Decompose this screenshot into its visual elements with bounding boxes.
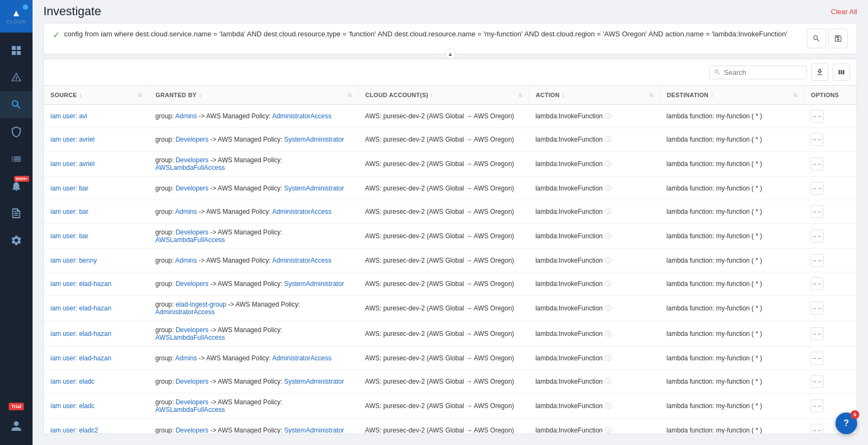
col-cloud-accounts[interactable]: CLOUD ACCOUNT(S) ↕ ≡	[359, 86, 529, 105]
row-action-btn-1[interactable]: →←	[810, 352, 824, 365]
col-action[interactable]: ACTION ↕ ≡	[529, 86, 660, 105]
policy-link[interactable]: AdministratorAccess	[272, 208, 331, 215]
source-link[interactable]: iam user: bar	[50, 185, 88, 192]
info-icon[interactable]: ⓘ	[605, 426, 611, 434]
sidebar-item-settings[interactable]	[0, 227, 33, 254]
col-dest-menu[interactable]: ≡	[794, 91, 797, 99]
info-icon[interactable]: ⓘ	[605, 256, 611, 265]
row-action-btn-1[interactable]: →←	[810, 399, 824, 412]
sidebar-logo[interactable]: ▲ CLOUD	[0, 0, 33, 33]
col-action-menu[interactable]: ≡	[649, 91, 653, 99]
source-link[interactable]: iam user: avi	[50, 112, 87, 120]
download-button[interactable]	[811, 63, 828, 81]
source-link[interactable]: iam user: avriel	[50, 136, 94, 143]
sidebar-item-audit[interactable]	[0, 200, 33, 227]
group-link[interactable]: Developers	[176, 378, 209, 385]
policy-link[interactable]: SystemAdministrator	[284, 427, 344, 434]
sidebar-item-reports[interactable]	[0, 145, 33, 173]
info-icon[interactable]: ⓘ	[605, 112, 611, 121]
table-search-box[interactable]	[709, 66, 807, 79]
row-action-btn-1[interactable]: →←	[810, 424, 824, 434]
group-link[interactable]: Admins	[175, 257, 197, 264]
info-icon[interactable]: ⓘ	[605, 402, 611, 411]
info-icon[interactable]: ⓘ	[605, 377, 611, 386]
policy-link[interactable]: AWSLambdaFullAccess	[155, 406, 225, 414]
row-action-btn-1[interactable]: →←	[810, 302, 824, 315]
policy-link[interactable]: SystemAdministrator	[284, 378, 344, 385]
source-link[interactable]: iam user: elad-hazan	[50, 280, 111, 288]
group-link[interactable]: Developers	[176, 228, 209, 236]
policy-link[interactable]: SystemAdministrator	[284, 185, 344, 192]
source-link[interactable]: iam user: eladc	[50, 378, 94, 385]
row-action-btn-1[interactable]: →←	[810, 182, 824, 195]
info-icon[interactable]: ⓘ	[605, 232, 611, 241]
source-link[interactable]: iam user: avriel	[50, 160, 94, 168]
policy-link[interactable]: AWSLambdaFullAccess	[155, 334, 225, 341]
info-icon[interactable]: ⓘ	[605, 160, 611, 169]
row-action-btn-1[interactable]: →←	[810, 110, 824, 123]
col-granted-by[interactable]: GRANTED BY ↕ ≡	[149, 86, 359, 105]
sidebar-item-user[interactable]	[0, 412, 33, 440]
col-source-menu[interactable]: ≡	[138, 91, 142, 99]
group-link[interactable]: elad-ingest-group	[176, 301, 226, 308]
sidebar-item-compliance[interactable]	[0, 118, 33, 145]
query-search-button[interactable]	[807, 29, 826, 48]
group-link[interactable]: Developers	[176, 156, 209, 164]
group-link[interactable]: Developers	[176, 280, 209, 288]
group-link[interactable]: Admins	[175, 354, 197, 362]
row-action-btn-1[interactable]: →←	[810, 254, 824, 267]
policy-link[interactable]: AdministratorAccess	[272, 354, 331, 362]
col-cloud-menu[interactable]: ≡	[518, 91, 522, 99]
policy-link[interactable]: AWSLambdaFullAccess	[155, 164, 225, 171]
sidebar-item-notifications[interactable]: 9999+	[0, 173, 33, 200]
info-icon[interactable]: ⓘ	[605, 184, 611, 193]
row-action-btn-1[interactable]: →←	[810, 205, 824, 218]
search-input[interactable]	[724, 68, 802, 77]
col-source[interactable]: SOURCE ↕ ≡	[44, 86, 149, 105]
source-link[interactable]: iam user: benny	[50, 257, 97, 264]
policy-link[interactable]: AdministratorAccess	[272, 112, 331, 120]
trial-badge[interactable]: Trial	[9, 403, 24, 410]
source-link[interactable]: iam user: elad-hazan	[50, 330, 111, 338]
group-link[interactable]: Admins	[175, 208, 197, 215]
columns-button[interactable]	[833, 63, 850, 81]
group-link[interactable]: Developers	[176, 136, 209, 143]
policy-link[interactable]: AWSLambdaFullAccess	[155, 236, 225, 244]
info-icon[interactable]: ⓘ	[605, 135, 611, 144]
info-icon[interactable]: ⓘ	[605, 329, 611, 339]
source-link[interactable]: iam user: elad-hazan	[50, 304, 111, 312]
group-link[interactable]: Developers	[176, 326, 209, 334]
query-collapse-button[interactable]: ▲	[445, 48, 456, 59]
sidebar-item-investigate[interactable]	[0, 91, 33, 118]
policy-link[interactable]: SystemAdministrator	[284, 280, 344, 288]
source-link[interactable]: iam user: bar	[50, 232, 88, 240]
policy-link[interactable]: AdministratorAccess	[155, 308, 214, 316]
info-icon[interactable]: ⓘ	[605, 354, 611, 363]
group-link[interactable]: Developers	[176, 398, 209, 406]
row-action-btn-1[interactable]: →←	[810, 375, 824, 388]
row-action-btn-1[interactable]: →←	[810, 157, 824, 170]
col-granted-menu[interactable]: ≡	[348, 91, 352, 99]
row-action-btn-1[interactable]: →←	[810, 133, 824, 146]
row-action-btn-1[interactable]: →←	[810, 277, 824, 290]
help-button[interactable]: 6 ?	[835, 412, 857, 434]
group-link[interactable]: Developers	[176, 185, 209, 192]
policy-link[interactable]: AdministratorAccess	[272, 257, 331, 264]
source-link[interactable]: iam user: bar	[50, 208, 88, 215]
source-link[interactable]: iam user: eladc2	[50, 427, 98, 434]
policy-link[interactable]: SystemAdministrator	[284, 136, 344, 143]
source-link[interactable]: iam user: elad-hazan	[50, 354, 111, 362]
query-save-button[interactable]	[828, 29, 848, 48]
group-link[interactable]: Developers	[176, 427, 209, 434]
row-action-btn-1[interactable]: →←	[810, 327, 824, 340]
info-icon[interactable]: ⓘ	[605, 304, 611, 313]
row-action-btn-1[interactable]: →←	[810, 230, 824, 243]
info-icon[interactable]: ⓘ	[605, 279, 611, 289]
col-destination[interactable]: DESTINATION ↕ ≡	[660, 86, 805, 105]
sidebar-item-dashboard[interactable]	[0, 37, 33, 64]
group-link[interactable]: Admins	[175, 112, 197, 120]
sidebar-item-alerts[interactable]	[0, 64, 33, 91]
info-icon[interactable]: ⓘ	[605, 207, 611, 217]
clear-all-button[interactable]: Clear All	[831, 8, 857, 16]
source-link[interactable]: iam user: eladc	[50, 402, 94, 410]
